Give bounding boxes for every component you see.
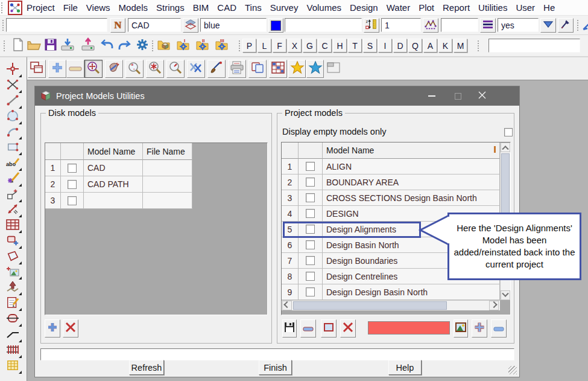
project-table-row[interactable]: 3 CROSS SECTIONS Design Basin North [282, 190, 510, 206]
settings-button[interactable] [134, 37, 151, 54]
menu-plot[interactable]: Plot [414, 2, 438, 13]
help-button[interactable]: Help [388, 360, 422, 375]
snap-input[interactable] [498, 18, 539, 32]
dialog-titlebar[interactable]: Project Models Utilities [35, 86, 519, 106]
pan-button[interactable] [105, 60, 123, 78]
scroll-down-button[interactable] [501, 290, 510, 300]
snap-point-tool[interactable] [4, 63, 22, 77]
finish-button[interactable]: Finish [259, 360, 292, 375]
cad-name-input[interactable] [6, 18, 107, 32]
angle-line-tool[interactable] [4, 328, 22, 342]
project-table-row[interactable]: 9 Design Design Basin North [282, 284, 510, 300]
row-checkbox[interactable] [306, 162, 315, 171]
file-name-cell[interactable] [143, 160, 192, 176]
new-file-button[interactable] [10, 37, 27, 54]
project-table-row[interactable]: 2 BOUNDARY AREA [282, 174, 510, 190]
windows-button[interactable] [28, 60, 46, 78]
letter-button-i[interactable]: I [378, 39, 392, 53]
letter-button-a[interactable]: A [423, 39, 437, 53]
zoom-previous-button[interactable] [166, 60, 185, 78]
resize-grip[interactable] [508, 366, 517, 374]
letter-button-c[interactable]: C [318, 39, 332, 53]
delete-model-button[interactable] [340, 319, 356, 338]
letter-button-l[interactable]: L [258, 39, 271, 53]
disk-delete-button[interactable] [63, 319, 78, 338]
scroll-up-button[interactable] [501, 142, 510, 152]
row-checkbox[interactable] [68, 164, 77, 173]
export-button[interactable] [78, 37, 98, 54]
menu-volumes[interactable]: Volumes [302, 2, 346, 13]
disk-header-model-name[interactable]: Model Name [84, 143, 143, 160]
menu-models[interactable]: Models [115, 2, 152, 13]
refresh-button[interactable]: Refresh [129, 360, 164, 375]
zoom-button[interactable] [84, 60, 103, 78]
close-button[interactable] [472, 86, 492, 106]
import-button[interactable] [58, 37, 77, 54]
scroll-right-button[interactable] [489, 301, 499, 310]
shape-add-tool[interactable] [4, 234, 22, 249]
edit-notes-tool[interactable] [4, 296, 22, 311]
colour-input[interactable] [200, 18, 267, 32]
circle-tool[interactable] [4, 110, 22, 124]
disk-table-row[interactable]: 3 [45, 193, 267, 209]
favourite-blue-button[interactable] [306, 60, 324, 78]
menu-file[interactable]: File [59, 2, 82, 13]
file-name-cell[interactable] [143, 193, 192, 209]
menu-water[interactable]: Water [382, 2, 414, 13]
measure-tool[interactable] [4, 203, 22, 217]
print-button[interactable] [228, 60, 246, 78]
letter-button-m[interactable]: M [454, 39, 467, 53]
arc-tool[interactable] [4, 125, 22, 139]
toolbar-grip[interactable] [478, 40, 481, 51]
letter-button-k[interactable]: K [438, 39, 452, 53]
menu-survey[interactable]: Survey [266, 2, 303, 13]
table-grid-tool[interactable] [4, 219, 22, 233]
row-checkbox[interactable] [306, 178, 315, 187]
copy-view-button[interactable] [248, 60, 267, 78]
terrain-raise-tool[interactable] [4, 281, 22, 295]
minimize-button[interactable] [422, 86, 442, 106]
letter-button-s[interactable]: S [363, 39, 377, 53]
disk-add-button[interactable] [45, 319, 60, 338]
letter-button-x[interactable]: X [288, 39, 302, 53]
row-checkbox[interactable] [306, 272, 315, 281]
toolbar-grip[interactable] [239, 40, 242, 51]
menu-project[interactable]: Project [22, 2, 59, 13]
row-select-cell[interactable] [299, 159, 323, 174]
delete-views-button[interactable] [187, 60, 205, 78]
row-select-cell[interactable] [299, 190, 323, 206]
toolbar-grip[interactable] [2, 20, 5, 31]
grid-view-button[interactable] [269, 60, 287, 78]
model-name-cell[interactable]: ALIGN [323, 159, 500, 174]
row-checkbox[interactable] [306, 240, 315, 249]
status-message-field[interactable] [40, 348, 514, 360]
letter-button-g[interactable]: G [303, 39, 317, 53]
tin-input[interactable] [381, 18, 421, 32]
menu-report[interactable]: Report [438, 2, 474, 13]
maximize-button[interactable] [447, 86, 468, 106]
gear-folder-3-button[interactable]: III [213, 37, 230, 54]
row-checkbox[interactable] [68, 196, 77, 205]
eyedropper-button[interactable] [558, 18, 574, 33]
letter-button-t[interactable]: T [348, 39, 362, 53]
scroll-left-button[interactable] [282, 301, 292, 310]
model-name-cell[interactable]: CAD [84, 160, 143, 176]
row-select-cell[interactable] [61, 160, 84, 176]
row-select-cell[interactable] [299, 284, 323, 300]
menu-bim[interactable]: BIM [189, 2, 213, 13]
letter-button-p[interactable]: P [242, 39, 256, 53]
menu-tins[interactable]: Tins [241, 2, 266, 13]
image-button[interactable] [454, 319, 468, 338]
model-name-cell[interactable]: CROSS SECTIONS Design Basin North [323, 190, 500, 206]
row-checkbox[interactable] [306, 209, 315, 218]
toolbar-grip[interactable] [577, 20, 580, 31]
horizontal-scrollbar[interactable] [282, 300, 500, 310]
menu-user[interactable]: User [511, 2, 539, 13]
row-checkbox[interactable] [306, 287, 315, 296]
row-select-cell[interactable] [299, 237, 323, 253]
menu-utilities[interactable]: Utilities [474, 2, 511, 13]
menu-views[interactable]: Views [82, 2, 115, 13]
redo-button[interactable] [116, 37, 133, 54]
file-name-cell[interactable] [143, 176, 192, 193]
letter-button-h[interactable]: H [333, 39, 347, 53]
